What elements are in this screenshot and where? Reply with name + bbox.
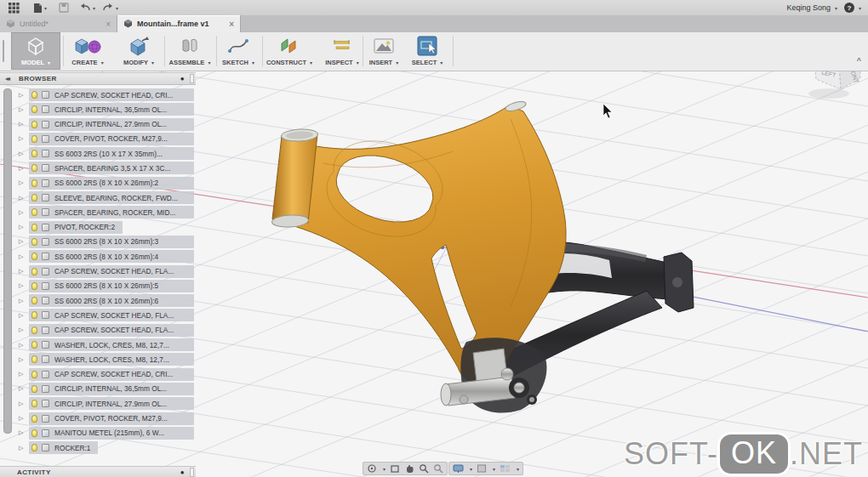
- browser-item[interactable]: ▷SS 6000 2RS (8 X 10 X 26mm):6: [0, 294, 196, 307]
- disclosure-triangle-icon[interactable]: ▷: [19, 224, 29, 230]
- browser-item[interactable]: ▷CIRCLIP, INTERNAL, 36,5mm OL...: [0, 383, 196, 395]
- browser-scrollbar[interactable]: [3, 88, 12, 434]
- browser-item[interactable]: ▷CIRCLIP, INTERNAL, 27.9mm OL...: [0, 397, 196, 410]
- disclosure-triangle-icon[interactable]: ▷: [19, 253, 29, 260]
- create-menu-button[interactable]: CREATE ▾: [64, 32, 111, 70]
- toolbar-collapse-icon[interactable]: ^: [857, 56, 861, 65]
- browser-item[interactable]: ▷WASHER, LOCK, CRES, M8, 12,7...: [0, 353, 196, 366]
- disclosure-triangle-icon[interactable]: ▷: [19, 282, 29, 289]
- visibility-bulb-icon[interactable]: [31, 121, 37, 128]
- redo-button[interactable]: ▾: [102, 3, 118, 13]
- browser-item[interactable]: ▷CAP SCREW, SOCKET HEAD, FLA...: [0, 324, 196, 337]
- visibility-bulb-icon[interactable]: [31, 164, 37, 172]
- visibility-bulb-icon[interactable]: [31, 208, 37, 216]
- browser-item[interactable]: ▷CAP SCREW, SOCKET HEAD, FLA...: [0, 309, 196, 321]
- help-icon[interactable]: ?: [844, 3, 854, 13]
- inspect-menu-button[interactable]: INSPECT ▾: [318, 32, 366, 70]
- browser-item[interactable]: ▷CAP SCREW, SOCKET HEAD, FLA...: [0, 265, 196, 278]
- user-account-menu[interactable]: Keqing Song ▾: [786, 3, 837, 12]
- visibility-bulb-icon[interactable]: [31, 268, 37, 275]
- visibility-bulb-icon[interactable]: [31, 105, 37, 113]
- browser-item[interactable]: ▷COVER, PIVOT, ROCKER, M27,9...: [0, 133, 196, 145]
- caret-icon[interactable]: ▾: [470, 466, 472, 472]
- panel-options-icon[interactable]: ●: [180, 468, 185, 476]
- browser-item[interactable]: ▷MANITOU METEL (215mm), 6 W...: [0, 427, 196, 440]
- visibility-bulb-icon[interactable]: [31, 444, 37, 451]
- disclosure-triangle-icon[interactable]: ▷: [19, 429, 29, 436]
- caret-icon[interactable]: ▾: [116, 5, 118, 11]
- visibility-bulb-icon[interactable]: [31, 179, 37, 187]
- disclosure-triangle-icon[interactable]: ▷: [19, 92, 29, 99]
- caret-icon[interactable]: ▾: [383, 466, 385, 472]
- visibility-bulb-icon[interactable]: [31, 91, 37, 99]
- browser-item[interactable]: ▷SS 6000 2RS (8 X 10 X 26mm):3: [0, 236, 196, 248]
- close-icon[interactable]: ×: [229, 20, 234, 29]
- disclosure-triangle-icon[interactable]: ▷: [19, 268, 29, 275]
- visibility-bulb-icon[interactable]: [31, 415, 37, 423]
- disclosure-triangle-icon[interactable]: ▷: [19, 150, 29, 157]
- browser-item[interactable]: ▷SLEEVE, BEARING, ROCKER, FWD...: [0, 191, 196, 204]
- modify-menu-button[interactable]: MODIFY ▾: [115, 32, 163, 70]
- visibility-bulb-icon[interactable]: [31, 224, 37, 231]
- panel-collapse-icon[interactable]: ◂◂: [5, 75, 9, 82]
- visibility-bulb-icon[interactable]: [31, 400, 37, 407]
- disclosure-triangle-icon[interactable]: ▷: [19, 135, 29, 142]
- panel-options-icon[interactable]: ●: [180, 75, 185, 82]
- look-at-button[interactable]: [390, 463, 400, 474]
- browser-item[interactable]: ▷SS 6000 2RS (8 X 10 X 26mm):4: [0, 250, 196, 263]
- browser-item[interactable]: ▷CAP SCREW, SOCKET HEAD, CRI...: [0, 88, 196, 101]
- disclosure-triangle-icon[interactable]: ▷: [19, 312, 29, 319]
- grid-settings-button[interactable]: [477, 463, 487, 474]
- caret-icon[interactable]: ▾: [517, 466, 519, 472]
- disclosure-triangle-icon[interactable]: ▷: [19, 195, 29, 202]
- viewports-button[interactable]: [500, 463, 511, 474]
- browser-item[interactable]: ▷SS 6000 2RS (8 X 10 X 26mm):2: [0, 177, 196, 190]
- visibility-bulb-icon[interactable]: [31, 311, 37, 319]
- disclosure-triangle-icon[interactable]: ▷: [19, 356, 29, 363]
- browser-item[interactable]: ▷ROCKER:1: [0, 441, 196, 454]
- toolbar-drag-handle[interactable]: [3, 40, 4, 62]
- disclosure-triangle-icon[interactable]: ▷: [19, 327, 29, 333]
- activity-panel-header[interactable]: ACTIVITY ●: [0, 466, 196, 477]
- help-menu[interactable]: ? ▾: [844, 3, 861, 13]
- tab-untitled[interactable]: Untitled* ×: [0, 15, 117, 32]
- browser-item[interactable]: ▷SPACER, BEARING 3,5 X 17 X 3C...: [0, 162, 196, 174]
- disclosure-triangle-icon[interactable]: ▷: [19, 106, 29, 113]
- disclosure-triangle-icon[interactable]: ▷: [19, 385, 29, 392]
- panel-resize-handle[interactable]: [190, 74, 194, 83]
- panel-resize-handle[interactable]: [190, 468, 194, 477]
- visibility-bulb-icon[interactable]: [31, 150, 37, 157]
- disclosure-triangle-icon[interactable]: ▷: [19, 342, 29, 349]
- insert-menu-button[interactable]: INSERT ▾: [363, 32, 405, 70]
- disclosure-triangle-icon[interactable]: ▷: [19, 400, 29, 407]
- visibility-bulb-icon[interactable]: [31, 429, 37, 437]
- visibility-bulb-icon[interactable]: [31, 282, 37, 290]
- visibility-bulb-icon[interactable]: [31, 371, 37, 378]
- disclosure-triangle-icon[interactable]: ▷: [19, 371, 29, 378]
- pan-button[interactable]: [404, 463, 414, 474]
- disclosure-triangle-icon[interactable]: ▷: [19, 445, 29, 451]
- disclosure-triangle-icon[interactable]: ▷: [19, 179, 29, 186]
- browser-item[interactable]: ▷COVER, PIVOT, ROCKER, M27,9...: [0, 412, 196, 425]
- save-button[interactable]: [59, 3, 69, 13]
- disclosure-triangle-icon[interactable]: ▷: [19, 209, 29, 216]
- visibility-bulb-icon[interactable]: [31, 238, 37, 246]
- browser-item[interactable]: ▷WASHER, LOCK, CRES, M8, 12,7...: [0, 338, 196, 351]
- browser-item[interactable]: ▷SPACER, BEARING, ROCKER, MID...: [0, 206, 196, 219]
- browser-item[interactable]: ▷CIRCLIP, INTERNAL, 36,5mm OL...: [0, 103, 196, 116]
- disclosure-triangle-icon[interactable]: ▷: [19, 298, 29, 304]
- disclosure-triangle-icon[interactable]: ▷: [19, 165, 29, 172]
- browser-item[interactable]: ▷PIVOT, ROCKER:2: [0, 221, 196, 234]
- select-menu-button[interactable]: SELECT ▾: [406, 32, 448, 70]
- construct-menu-button[interactable]: CONSTRUCT ▾: [264, 32, 315, 70]
- visibility-bulb-icon[interactable]: [31, 355, 37, 363]
- zoom-button[interactable]: [419, 463, 429, 474]
- zoom-window-button[interactable]: [433, 463, 443, 474]
- browser-item[interactable]: ▷SS 6000 2RS (8 X 10 X 26mm):5: [0, 280, 196, 292]
- caret-icon[interactable]: ▾: [93, 5, 95, 11]
- disclosure-triangle-icon[interactable]: ▷: [19, 415, 29, 422]
- display-settings-button[interactable]: [453, 463, 464, 474]
- visibility-bulb-icon[interactable]: [31, 135, 37, 143]
- visibility-bulb-icon[interactable]: [31, 341, 37, 349]
- browser-item[interactable]: ▷SS 6003 2RS (10 X 17 X 35mm)...: [0, 147, 196, 160]
